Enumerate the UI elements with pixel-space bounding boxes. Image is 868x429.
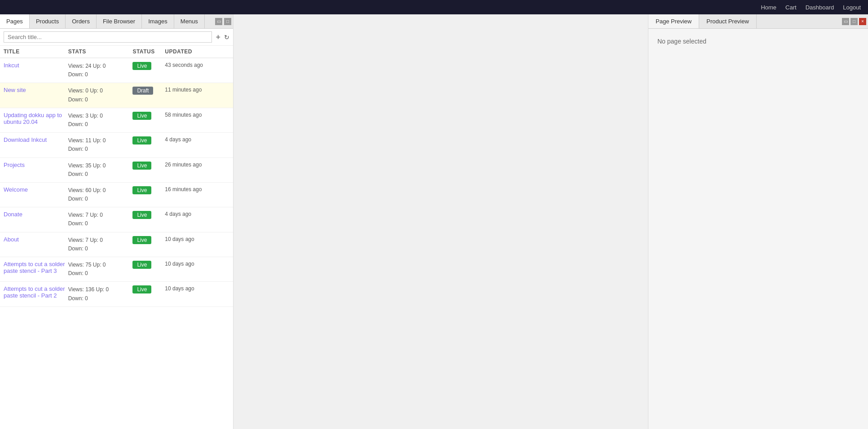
col-status: STATUS bbox=[132, 48, 165, 55]
status-cell: Live bbox=[132, 186, 165, 194]
updated-cell: 43 seconds ago bbox=[165, 62, 229, 68]
updated-cell: 10 days ago bbox=[165, 285, 229, 292]
nav-logout[interactable]: Logout bbox=[843, 4, 861, 11]
table-row[interactable]: Inkcut Views: 24 Up: 0 Down: 0 Live 43 s… bbox=[0, 58, 233, 83]
table-header: TITLE STATS STATUS UPDATED bbox=[0, 46, 233, 58]
pages-table: Inkcut Views: 24 Up: 0 Down: 0 Live 43 s… bbox=[0, 58, 233, 429]
right-maximize-btn[interactable]: □ bbox=[850, 18, 858, 25]
tab-pages[interactable]: Pages bbox=[0, 14, 30, 28]
stats-cell: Views: 7 Up: 0 Down: 0 bbox=[68, 236, 133, 253]
main-area: Pages Products Orders File Browser Image… bbox=[0, 14, 868, 429]
col-stats: STATS bbox=[68, 48, 133, 55]
tab-page-preview[interactable]: Page Preview bbox=[648, 14, 699, 28]
status-badge: Live bbox=[132, 136, 151, 144]
status-badge: Live bbox=[132, 285, 151, 293]
table-row[interactable]: Attempts to cut a solder paste stencil -… bbox=[0, 282, 233, 306]
stats-cell: Views: 24 Up: 0 Down: 0 bbox=[68, 62, 133, 79]
page-title-link[interactable]: Updating dokku app to ubuntu 20.04 bbox=[4, 112, 62, 125]
nav-home[interactable]: Home bbox=[761, 4, 776, 11]
updated-cell: 58 minutes ago bbox=[165, 112, 229, 118]
status-badge: Live bbox=[132, 162, 151, 170]
page-title-link[interactable]: Welcome bbox=[4, 186, 28, 193]
add-page-button[interactable]: + bbox=[216, 33, 220, 41]
status-badge: Live bbox=[132, 236, 151, 244]
page-title-link[interactable]: Projects bbox=[4, 162, 25, 168]
page-title-link[interactable]: Attempts to cut a solder paste stencil -… bbox=[4, 261, 65, 274]
refresh-button[interactable]: ↻ bbox=[224, 34, 229, 41]
status-badge: Live bbox=[132, 62, 151, 70]
page-title-link[interactable]: About bbox=[4, 236, 19, 243]
status-badge: Live bbox=[132, 211, 151, 219]
left-minimize-btn[interactable]: ▭ bbox=[215, 18, 222, 25]
right-close-btn[interactable]: × bbox=[859, 18, 866, 25]
stats-cell: Views: 35 Up: 0 Down: 0 bbox=[68, 162, 133, 179]
page-title-link[interactable]: Download Inkcut bbox=[4, 136, 47, 143]
table-row[interactable]: New site Views: 0 Up: 0 Down: 0 Draft 11… bbox=[0, 83, 233, 108]
table-row[interactable]: Download Inkcut Views: 11 Up: 0 Down: 0 … bbox=[0, 133, 233, 158]
updated-cell: 4 days ago bbox=[165, 211, 229, 217]
right-tab-bar: Page Preview Product Preview ▭ □ × bbox=[648, 14, 868, 29]
tab-products[interactable]: Products bbox=[30, 14, 66, 28]
stats-cell: Views: 0 Up: 0 Down: 0 bbox=[68, 87, 133, 104]
center-panel bbox=[234, 14, 648, 429]
updated-cell: 10 days ago bbox=[165, 236, 229, 242]
page-title-link[interactable]: Attempts to cut a solder paste stencil -… bbox=[4, 285, 65, 299]
status-cell: Live bbox=[132, 211, 165, 219]
updated-cell: 11 minutes ago bbox=[165, 87, 229, 93]
tab-product-preview[interactable]: Product Preview bbox=[699, 14, 757, 28]
right-panel: Page Preview Product Preview ▭ □ × No pa… bbox=[648, 14, 868, 429]
stats-cell: Views: 136 Up: 0 Down: 0 bbox=[68, 285, 133, 302]
table-row[interactable]: About Views: 7 Up: 0 Down: 0 Live 10 day… bbox=[0, 232, 233, 257]
status-cell: Live bbox=[132, 236, 165, 244]
col-title: TITLE bbox=[4, 48, 68, 55]
status-cell: Live bbox=[132, 62, 165, 70]
updated-cell: 4 days ago bbox=[165, 136, 229, 143]
col-updated: UPDATED bbox=[165, 48, 229, 55]
stats-cell: Views: 75 Up: 0 Down: 0 bbox=[68, 261, 133, 278]
stats-cell: Views: 60 Up: 0 Down: 0 bbox=[68, 186, 133, 203]
status-badge: Live bbox=[132, 112, 151, 120]
status-cell: Live bbox=[132, 162, 165, 170]
status-badge: Draft bbox=[132, 87, 153, 95]
tab-file-browser[interactable]: File Browser bbox=[97, 14, 142, 28]
right-panel-controls: ▭ □ × bbox=[840, 18, 868, 25]
stats-cell: Views: 3 Up: 0 Down: 0 bbox=[68, 112, 133, 129]
tab-orders[interactable]: Orders bbox=[66, 14, 97, 28]
no-page-message: No page selected bbox=[657, 38, 706, 45]
right-minimize-btn[interactable]: ▭ bbox=[842, 18, 849, 25]
nav-dashboard[interactable]: Dashboard bbox=[806, 4, 834, 11]
top-nav: Home Cart Dashboard Logout bbox=[0, 0, 868, 14]
table-row[interactable]: Attempts to cut a solder paste stencil -… bbox=[0, 257, 233, 282]
stats-cell: Views: 11 Up: 0 Down: 0 bbox=[68, 136, 133, 153]
status-cell: Live bbox=[132, 261, 165, 269]
left-panel: Pages Products Orders File Browser Image… bbox=[0, 14, 234, 429]
nav-cart[interactable]: Cart bbox=[785, 4, 797, 11]
tab-images[interactable]: Images bbox=[142, 14, 174, 28]
search-bar: + ↻ bbox=[0, 29, 233, 46]
right-content: No page selected bbox=[648, 29, 868, 429]
tab-menus[interactable]: Menus bbox=[174, 14, 205, 28]
status-cell: Live bbox=[132, 112, 165, 120]
table-row[interactable]: Welcome Views: 60 Up: 0 Down: 0 Live 16 … bbox=[0, 183, 233, 207]
table-row[interactable]: Donate Views: 7 Up: 0 Down: 0 Live 4 day… bbox=[0, 207, 233, 232]
left-panel-controls: ▭ □ bbox=[215, 18, 231, 25]
table-row[interactable]: Updating dokku app to ubuntu 20.04 Views… bbox=[0, 108, 233, 133]
status-cell: Live bbox=[132, 136, 165, 144]
status-cell: Live bbox=[132, 285, 165, 293]
status-cell: Draft bbox=[132, 87, 165, 95]
left-maximize-btn[interactable]: □ bbox=[224, 18, 231, 25]
status-badge: Live bbox=[132, 186, 151, 194]
updated-cell: 10 days ago bbox=[165, 261, 229, 267]
table-row[interactable]: Projects Views: 35 Up: 0 Down: 0 Live 26… bbox=[0, 158, 233, 183]
search-input[interactable] bbox=[4, 31, 212, 43]
page-title-link[interactable]: Donate bbox=[4, 211, 22, 218]
status-badge: Live bbox=[132, 261, 151, 269]
page-title-link[interactable]: Inkcut bbox=[4, 62, 19, 69]
page-title-link[interactable]: New site bbox=[4, 87, 26, 93]
tab-bar: Pages Products Orders File Browser Image… bbox=[0, 14, 233, 29]
stats-cell: Views: 7 Up: 0 Down: 0 bbox=[68, 211, 133, 228]
updated-cell: 26 minutes ago bbox=[165, 162, 229, 168]
updated-cell: 16 minutes ago bbox=[165, 186, 229, 193]
